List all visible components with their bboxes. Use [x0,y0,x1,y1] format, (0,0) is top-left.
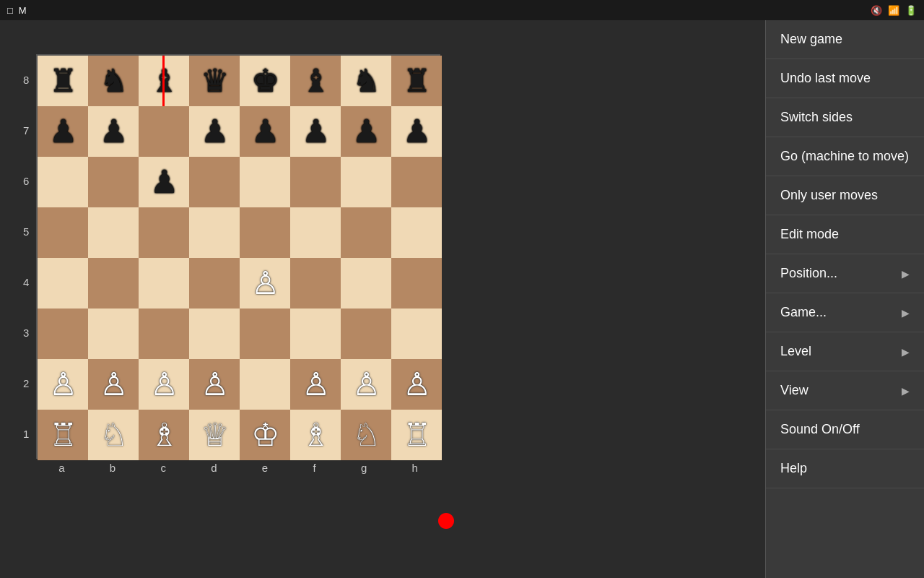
cell-h1[interactable]: ♖ [391,410,442,460]
cell-g4[interactable] [341,258,391,309]
cell-f1[interactable]: ♗ [290,410,341,460]
cell-g2[interactable]: ♙ [341,359,391,410]
menu-item-edit-mode[interactable]: Edit mode [766,215,924,254]
cell-c4[interactable] [139,258,189,309]
cell-d5[interactable] [189,207,240,258]
cell-f5[interactable] [290,207,341,258]
file-label-h: h [412,462,418,474]
menu-item-level[interactable]: Level▶ [766,332,924,371]
piece-black-g8: ♞ [352,65,380,97]
cell-a1[interactable]: ♖ [38,410,88,460]
menu-item-only-user-moves[interactable]: Only user moves [766,176,924,215]
cell-f8[interactable]: ♝ [290,56,341,106]
cell-a2[interactable]: ♙ [38,359,88,410]
cell-e3[interactable] [240,309,290,359]
cell-b4[interactable] [88,258,139,309]
piece-white-b2: ♙ [100,368,128,400]
cell-d1[interactable]: ♕ [189,410,240,460]
cell-c3[interactable] [139,309,189,359]
rank-label-1: 1 [23,428,33,440]
cell-d8[interactable]: ♛ [189,56,240,106]
cell-h3[interactable] [391,309,442,359]
board-container: 87654321 ♜♞♝♛♚♝♞♜♟♟♟♟♟♟♟♟♙♙♙♙♙♙♙♙♖♘♗♕♔♗♘… [20,54,440,477]
cell-f4[interactable] [290,258,341,309]
status-left-icons: □ M [7,5,27,16]
cell-d2[interactable]: ♙ [189,359,240,410]
menu-item-view[interactable]: View▶ [766,371,924,410]
piece-white-d2: ♙ [201,368,229,400]
piece-white-a2: ♙ [49,368,77,400]
submenu-arrow-level: ▶ [902,346,910,358]
cell-b3[interactable] [88,309,139,359]
chess-board[interactable]: ♜♞♝♛♚♝♞♜♟♟♟♟♟♟♟♟♙♙♙♙♙♙♙♙♖♘♗♕♔♗♘♖ [36,54,440,459]
cell-h4[interactable] [391,258,442,309]
cell-a7[interactable]: ♟ [38,106,88,157]
piece-white-h2: ♙ [403,368,431,400]
cell-h6[interactable] [391,157,442,207]
cell-b6[interactable] [88,157,139,207]
cell-a8[interactable]: ♜ [38,56,88,106]
piece-black-f7: ♟ [302,116,330,147]
cell-f2[interactable]: ♙ [290,359,341,410]
cell-e1[interactable]: ♔ [240,410,290,460]
menu-item-switch-sides[interactable]: Switch sides [766,98,924,137]
cell-c5[interactable] [139,207,189,258]
rank-label-6: 6 [23,175,33,187]
menu-item-sound[interactable]: Sound On/Off [766,410,924,449]
cell-a4[interactable] [38,258,88,309]
cell-c8[interactable]: ♝ [139,56,189,106]
cell-b5[interactable] [88,207,139,258]
menu-item-help[interactable]: Help [766,449,924,488]
cell-d4[interactable] [189,258,240,309]
cell-b1[interactable]: ♘ [88,410,139,460]
cell-f7[interactable]: ♟ [290,106,341,157]
menu-item-go-machine[interactable]: Go (machine to move) [766,137,924,176]
cell-g5[interactable] [341,207,391,258]
cell-g1[interactable]: ♘ [341,410,391,460]
menu-item-undo-last-move[interactable]: Undo last move [766,59,924,98]
battery-icon: 🔋 [905,5,917,16]
cell-e8[interactable]: ♚ [240,56,290,106]
cell-a6[interactable] [38,157,88,207]
menu-label-level: Level [780,344,811,359]
piece-white-h1: ♖ [403,419,431,451]
menu-label-go-machine: Go (machine to move) [780,149,909,164]
cell-g7[interactable]: ♟ [341,106,391,157]
cell-b2[interactable]: ♙ [88,359,139,410]
cell-c6[interactable]: ♟ [139,157,189,207]
menu-item-new-game[interactable]: New game [766,20,924,59]
cell-f6[interactable] [290,157,341,207]
cell-e4[interactable]: ♙ [240,258,290,309]
piece-black-a8: ♜ [49,65,77,97]
cell-c2[interactable]: ♙ [139,359,189,410]
cell-c7[interactable] [139,106,189,157]
piece-black-g7: ♟ [352,116,380,147]
menu-item-position[interactable]: Position...▶ [766,254,924,293]
cell-e5[interactable] [240,207,290,258]
cell-e6[interactable] [240,157,290,207]
cell-e7[interactable]: ♟ [240,106,290,157]
cell-g6[interactable] [341,157,391,207]
cell-h5[interactable] [391,207,442,258]
cell-h8[interactable]: ♜ [391,56,442,106]
file-label-b: b [110,462,116,474]
cell-b8[interactable]: ♞ [88,56,139,106]
piece-white-d1: ♕ [201,419,229,451]
cell-g3[interactable] [341,309,391,359]
menu-label-position: Position... [780,266,837,281]
cell-h7[interactable]: ♟ [391,106,442,157]
cell-d7[interactable]: ♟ [189,106,240,157]
cell-e2[interactable] [240,359,290,410]
cell-a5[interactable] [38,207,88,258]
piece-white-g2: ♙ [352,368,380,400]
cell-b7[interactable]: ♟ [88,106,139,157]
file-label-d: d [211,462,217,474]
menu-item-game[interactable]: Game...▶ [766,293,924,332]
cell-a3[interactable] [38,309,88,359]
cell-h2[interactable]: ♙ [391,359,442,410]
cell-c1[interactable]: ♗ [139,410,189,460]
cell-f3[interactable] [290,309,341,359]
cell-g8[interactable]: ♞ [341,56,391,106]
cell-d6[interactable] [189,157,240,207]
cell-d3[interactable] [189,309,240,359]
